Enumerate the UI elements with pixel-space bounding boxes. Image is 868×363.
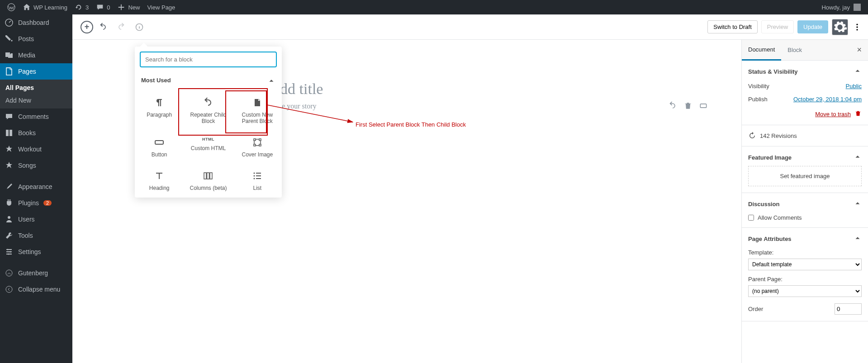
block-paragraph[interactable]: Paragraph — [135, 91, 184, 131]
admin-menu: Dashboard Posts Media Pages All Pages Ad… — [0, 14, 72, 363]
more-options-button[interactable] — [852, 19, 863, 35]
status-visibility-panel[interactable]: Status & Visibility — [748, 67, 862, 76]
redo-button[interactable] — [113, 19, 129, 35]
comments-count[interactable]: 0 — [92, 0, 114, 14]
wp-logo[interactable] — [4, 0, 19, 14]
sidebar-item-tools[interactable]: Tools — [0, 227, 72, 244]
block-columns[interactable]: Columns (beta) — [184, 164, 232, 198]
close-settings-button[interactable]: × — [850, 45, 868, 55]
trash-icon[interactable] — [854, 110, 862, 118]
sidebar-item-media[interactable]: Media — [0, 47, 72, 63]
sidebar-item-dashboard[interactable]: Dashboard — [0, 14, 72, 31]
admin-bar: WP Learning 3 0 New View Page Howdy, jay — [0, 0, 868, 14]
info-button[interactable] — [131, 19, 147, 35]
block-custom-html[interactable]: HTMLCustom HTML — [184, 131, 232, 164]
settings-toggle-button[interactable] — [832, 19, 848, 35]
sidebar-item-comments[interactable]: Comments — [0, 108, 72, 125]
move-to-trash-link[interactable]: Move to trash — [815, 111, 851, 118]
block-cover-image[interactable]: Cover Image — [233, 131, 282, 164]
parent-page-select[interactable]: (no parent) — [748, 285, 862, 297]
svg-rect-12 — [700, 104, 706, 107]
block-list[interactable]: List — [233, 164, 282, 198]
svg-point-19 — [253, 178, 255, 179]
sidebar-item-plugins[interactable]: Plugins2 — [0, 195, 72, 211]
svg-rect-16 — [210, 173, 212, 179]
page-attributes-panel[interactable]: Page Attributes — [748, 234, 862, 244]
settings-sidebar: Document Block × Status & Visibility Vis… — [741, 40, 868, 363]
allow-comments-label: Allow Comments — [758, 214, 802, 221]
tab-document[interactable]: Document — [742, 40, 781, 61]
post-title-input[interactable]: Add title — [269, 80, 545, 98]
svg-rect-13 — [155, 141, 163, 144]
view-page[interactable]: View Page — [143, 0, 179, 14]
repeater-icon[interactable] — [668, 101, 677, 112]
sidebar-item-books[interactable]: Books — [0, 125, 72, 141]
annotation-arrow — [267, 100, 357, 127]
discussion-panel[interactable]: Discussion — [748, 199, 862, 209]
sidebar-item-settings[interactable]: Settings — [0, 244, 72, 260]
svg-point-9 — [856, 24, 858, 25]
rect-icon[interactable] — [699, 101, 708, 112]
avatar[interactable] — [854, 4, 861, 11]
featured-image-panel[interactable]: Featured Image — [748, 153, 862, 162]
svg-point-5 — [8, 254, 9, 255]
order-label: Order — [748, 306, 763, 312]
publish-label: Publish — [748, 96, 768, 103]
sidebar-item-gutenberg[interactable]: Gutenberg — [0, 265, 72, 281]
preview-button[interactable]: Preview — [761, 20, 794, 33]
svg-point-17 — [253, 173, 255, 174]
howdy-user[interactable]: Howdy, jay — [821, 4, 850, 11]
sidebar-sub-add-new[interactable]: Add New — [0, 94, 72, 107]
template-select[interactable]: Default template — [748, 259, 862, 270]
new-content[interactable]: New — [114, 0, 143, 14]
trash-icon[interactable] — [683, 101, 693, 112]
sidebar-item-workout[interactable]: Workout — [0, 141, 72, 157]
svg-line-20 — [267, 105, 353, 122]
update-button[interactable]: Update — [797, 20, 828, 33]
svg-rect-15 — [207, 173, 209, 179]
add-block-button[interactable]: + — [81, 21, 93, 33]
editor-toolbar: + Switch to Draft Preview Update — [72, 14, 868, 40]
allow-comments-checkbox[interactable] — [748, 215, 754, 221]
switch-to-draft-button[interactable]: Switch to Draft — [707, 20, 758, 33]
undo-button[interactable] — [95, 19, 111, 35]
sidebar-item-posts[interactable]: Posts — [0, 31, 72, 47]
visibility-label: Visibility — [748, 83, 769, 90]
order-input[interactable] — [835, 303, 862, 315]
annotation-box-inner — [225, 90, 267, 133]
svg-point-11 — [856, 29, 858, 30]
block-heading[interactable]: Heading — [135, 164, 184, 198]
updates[interactable]: 3 — [71, 0, 92, 14]
parent-page-label: Parent Page: — [748, 276, 862, 283]
sidebar-item-pages[interactable]: Pages — [0, 63, 72, 80]
svg-point-7 — [6, 286, 12, 292]
block-search-input[interactable] — [140, 52, 276, 67]
sidebar-sub-all-pages[interactable]: All Pages — [0, 81, 72, 94]
svg-point-18 — [253, 175, 255, 177]
sidebar-item-appearance[interactable]: Appearance — [0, 179, 72, 195]
svg-point-2 — [8, 216, 10, 219]
svg-rect-14 — [204, 173, 206, 179]
revisions-link[interactable]: 142 Revisions — [742, 125, 868, 146]
site-name[interactable]: WP Learning — [19, 0, 71, 14]
sidebar-item-songs[interactable]: Songs — [0, 157, 72, 174]
svg-point-3 — [7, 249, 9, 250]
publish-value[interactable]: October 29, 2018 1:04 pm — [793, 96, 862, 103]
svg-point-10 — [856, 26, 858, 28]
tab-block[interactable]: Block — [781, 40, 808, 60]
visibility-value[interactable]: Public — [846, 83, 862, 90]
svg-point-4 — [10, 251, 11, 253]
sidebar-item-collapse[interactable]: Collapse menu — [0, 281, 72, 297]
sidebar-item-users[interactable]: Users — [0, 211, 72, 227]
template-label: Template: — [748, 249, 862, 256]
set-featured-image-button[interactable]: Set featured image — [748, 166, 862, 186]
block-button[interactable]: Button — [135, 131, 184, 164]
